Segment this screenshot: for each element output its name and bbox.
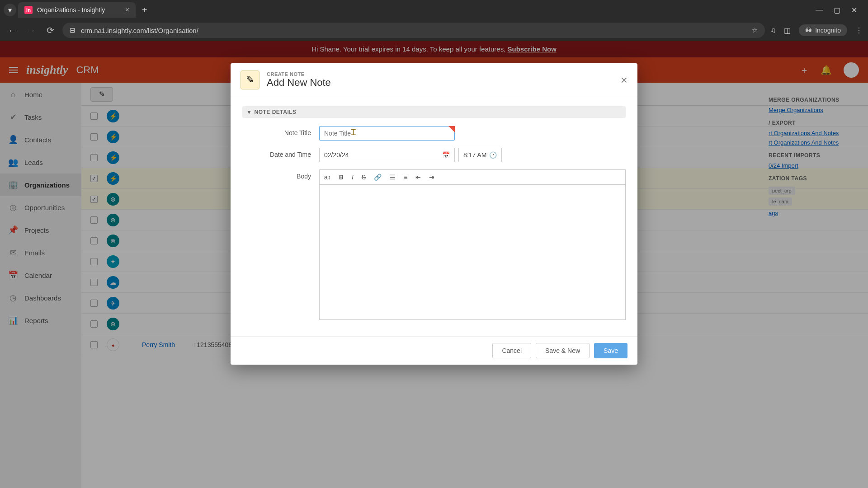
tab-close-button[interactable]: × [125,6,129,14]
tab-title: Organizations - Insightly [37,6,105,14]
side-panel-icon[interactable]: ◫ [784,26,791,35]
reload-button[interactable]: ⟳ [43,25,57,36]
body-label: Body [242,169,319,180]
back-button[interactable]: ← [5,25,19,36]
section-label: NOTE DETAILS [255,109,297,115]
font-size-button[interactable]: a↕ [324,174,331,181]
save-and-new-button[interactable]: Save & New [536,343,590,358]
bold-button[interactable]: B [339,174,344,181]
note-title-input[interactable] [319,126,455,141]
close-window-button[interactable]: ✕ [851,6,857,14]
maximize-button[interactable]: ▢ [834,6,840,14]
numbered-list-button[interactable]: ≡ [404,174,407,181]
bookmark-icon[interactable]: ☆ [752,26,758,34]
browser-chrome: ▾ in Organizations - Insightly × + — ▢ ✕… [0,0,868,41]
italic-button[interactable]: I [352,174,354,181]
modal-header: ✎ CREATE NOTE Add New Note × [231,63,637,97]
browser-tab[interactable]: in Organizations - Insightly × [18,2,136,18]
strike-button[interactable]: S [362,174,366,181]
modal-eyebrow: CREATE NOTE [267,71,613,77]
app-viewport: Hi Shane. Your trial expires in 14 days.… [0,41,868,488]
required-indicator [448,126,455,132]
indent-button[interactable]: ⇥ [429,174,434,181]
forward-button[interactable]: → [24,25,38,36]
note-icon: ✎ [241,70,259,89]
media-icon[interactable]: ♫ [770,26,776,34]
new-tab-button[interactable]: + [137,5,152,15]
date-input[interactable]: 02/20/24 📅 [319,148,455,162]
modal-title: Add New Note [267,77,613,89]
incognito-indicator[interactable]: 🕶 Incognito [799,24,847,36]
datetime-label: Date and Time [242,148,319,158]
address-bar: ← → ⟳ ⊟ crm.na1.insightly.com/list/Organ… [0,20,868,41]
bullet-list-button[interactable]: ☰ [390,174,396,181]
note-details-section[interactable]: ▾ NOTE DETAILS [242,106,626,118]
editor-toolbar: a↕ B I S 🔗 ☰ ≡ ⇤ ⇥ [319,169,626,184]
link-button[interactable]: 🔗 [374,174,382,181]
create-note-modal: ✎ CREATE NOTE Add New Note × ▾ NOTE DETA… [231,63,637,365]
modal-close-button[interactable]: × [621,73,627,87]
clock-icon: 🕐 [489,151,497,159]
date-value: 02/20/24 [324,151,349,159]
outdent-button[interactable]: ⇤ [415,174,421,181]
time-value: 8:17 AM [463,151,486,159]
incognito-icon: 🕶 [805,27,811,34]
save-button[interactable]: Save [594,343,627,358]
minimize-button[interactable]: — [816,6,823,14]
chevron-down-icon: ▾ [248,109,251,115]
title-label: Note Title [242,126,319,136]
tab-bar: ▾ in Organizations - Insightly × + — ▢ ✕ [0,0,868,20]
modal-overlay: ✎ CREATE NOTE Add New Note × ▾ NOTE DETA… [0,41,868,488]
cancel-button[interactable]: Cancel [492,343,531,358]
menu-button[interactable]: ⋮ [855,26,863,35]
url-text: crm.na1.insightly.com/list/Organisation/ [81,27,198,34]
modal-footer: Cancel Save & New Save [231,336,637,365]
body-editor[interactable] [319,184,626,320]
url-input[interactable]: ⊟ crm.na1.insightly.com/list/Organisatio… [62,23,765,38]
calendar-icon: 📅 [442,151,450,159]
incognito-label: Incognito [815,27,841,34]
time-input[interactable]: 8:17 AM 🕐 [458,148,502,162]
window-controls: — ▢ ✕ [816,6,864,14]
tab-search-button[interactable]: ▾ [4,4,16,16]
text-cursor-icon: Ꮖ [351,128,352,136]
modal-body: ▾ NOTE DETAILS Note Title Ꮖ Date and Tim… [231,97,637,336]
site-info-icon[interactable]: ⊟ [70,26,75,34]
favicon-icon: in [24,6,33,14]
